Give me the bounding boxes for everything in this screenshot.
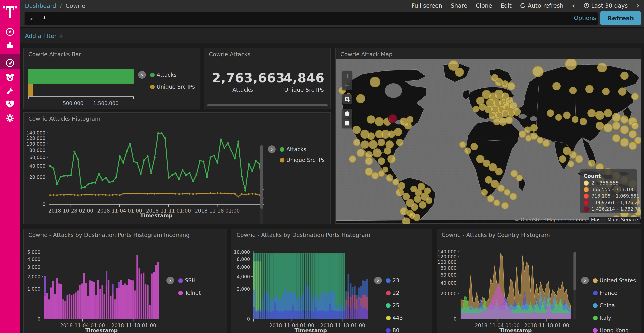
attack-bubble[interactable] [349, 156, 356, 162]
attack-bubble[interactable] [489, 163, 496, 171]
attack-bubble[interactable] [370, 77, 380, 87]
legend-item-label[interactable]: Italy [600, 315, 611, 321]
attack-bubble[interactable] [424, 188, 430, 194]
attack-bubble[interactable] [629, 142, 636, 150]
attack-bubble[interactable] [559, 156, 566, 162]
tmobile-logo-icon[interactable] [0, 2, 20, 20]
attack-bubble[interactable] [473, 106, 479, 112]
attack-bubble[interactable] [353, 139, 360, 146]
attack-bubble[interactable] [479, 104, 486, 111]
attack-bubble[interactable] [620, 72, 628, 80]
legend-item[interactable]: Attacks [150, 72, 176, 78]
attack-bubble[interactable] [464, 148, 471, 154]
attack-bubble[interactable] [620, 138, 629, 147]
attack-bubble[interactable] [570, 151, 576, 158]
zoom-out-button[interactable]: − [342, 81, 352, 90]
legend-item-label[interactable]: 25 [392, 302, 400, 309]
legend-item-label[interactable]: Telnet [185, 290, 201, 296]
world-map[interactable]: + − Count 2 – 356,555356,555 – 713,10871… [336, 59, 641, 224]
legend-item-label[interactable]: 22 [392, 290, 400, 296]
options-link[interactable]: Options [574, 15, 596, 21]
legend-item-label[interactable]: United States [600, 277, 636, 284]
attack-bubble[interactable] [511, 170, 518, 177]
legend-item-label[interactable]: France [600, 290, 617, 296]
edit-button[interactable]: Edit [500, 2, 512, 9]
attack-bubble[interactable] [519, 131, 526, 138]
legend-toggle-icon[interactable]: › [268, 145, 276, 153]
legend-item-label[interactable]: Unique Src IPs [286, 157, 325, 163]
attack-bubble[interactable] [553, 83, 560, 90]
attack-bubble[interactable] [393, 179, 399, 185]
attack-bubble[interactable] [588, 160, 595, 167]
attack-bubble[interactable] [471, 143, 478, 150]
legend-item[interactable]: Italy [593, 315, 611, 321]
attack-bubble[interactable] [547, 110, 554, 117]
sidebar-item-devtools[interactable] [0, 85, 20, 97]
attack-bubble[interactable] [537, 137, 543, 143]
attack-bubble[interactable] [632, 122, 638, 129]
refresh-button[interactable]: Refresh [600, 11, 641, 25]
attack-bubble[interactable] [586, 85, 593, 93]
attack-bubble[interactable] [494, 200, 500, 206]
share-button[interactable]: Share [451, 2, 468, 9]
attack-bubble[interactable] [499, 118, 507, 125]
attack-bubble[interactable] [353, 126, 360, 134]
attack-bubble[interactable] [411, 203, 418, 210]
attack-bubble[interactable] [483, 160, 490, 167]
attack-bubble[interactable] [481, 189, 488, 195]
full-screen-button[interactable]: Full screen [412, 2, 442, 9]
time-back-chevron[interactable]: ‹ [572, 2, 575, 10]
attack-bubble[interactable] [596, 122, 604, 130]
legend-item[interactable]: China [593, 302, 615, 309]
legend-item[interactable]: 22 [386, 290, 400, 296]
attack-bubble[interactable] [620, 126, 629, 134]
attack-bubble[interactable] [426, 197, 432, 203]
attack-bubble[interactable] [504, 189, 510, 195]
sidebar-item-monitoring[interactable] [0, 98, 20, 111]
attack-bubble[interactable] [402, 218, 410, 224]
attack-bubble[interactable] [570, 87, 576, 94]
legend-item[interactable]: United States [593, 277, 636, 284]
attack-bubble[interactable] [418, 183, 425, 190]
sidebar-item-visualize[interactable] [0, 38, 20, 51]
attack-bubble-high[interactable] [388, 115, 397, 123]
legend-item[interactable]: Attacks [280, 146, 306, 153]
attack-bubble[interactable] [533, 66, 544, 77]
ports-incoming-chart[interactable]: 01,0002,0003,0004,0005,0002018-11-04 01:… [24, 229, 227, 332]
attack-bubble[interactable] [604, 124, 612, 132]
attack-bubble[interactable] [575, 155, 583, 163]
attack-bubble[interactable] [491, 180, 498, 188]
legend-toggle-icon[interactable]: › [581, 277, 589, 284]
attack-bubble[interactable] [404, 122, 412, 129]
attack-bubble[interactable] [507, 83, 515, 90]
legend-item[interactable]: France [593, 290, 617, 296]
legend-toggle-icon[interactable]: › [166, 277, 174, 284]
time-range-picker[interactable]: Last 30 days [584, 2, 628, 9]
osm-attribution[interactable]: © OpenStreetMap contributors, [514, 217, 588, 222]
draw-rectangle-button[interactable] [342, 118, 352, 128]
attack-bubble[interactable] [602, 88, 609, 95]
attack-bubble[interactable] [365, 157, 373, 165]
attack-bubble[interactable] [598, 63, 606, 72]
attack-bubble[interactable] [632, 93, 638, 100]
draw-polygon-button[interactable] [342, 109, 352, 118]
legend-toggle-icon[interactable]: › [374, 277, 382, 284]
auto-refresh-button[interactable]: Auto-refresh [520, 2, 564, 9]
add-filter-button[interactable]: Add a filter + [25, 32, 64, 40]
legend-item[interactable]: SSH [178, 277, 196, 284]
attack-bubble[interactable] [612, 134, 620, 142]
elastic-maps-attribution[interactable]: Elastic Maps Service [589, 217, 640, 223]
attack-bubble[interactable] [530, 133, 538, 140]
attack-bubble[interactable] [556, 114, 562, 120]
attack-bubble[interactable] [513, 108, 520, 116]
attack-bubble[interactable] [530, 125, 538, 131]
attack-bubble[interactable] [455, 68, 464, 77]
attack-bubble[interactable] [596, 111, 604, 120]
legend-item[interactable]: Unique Src IPs [280, 157, 325, 163]
attack-bubble[interactable] [411, 186, 417, 192]
search-input[interactable]: >_ * [24, 12, 598, 25]
attack-bubble[interactable] [378, 139, 385, 146]
attack-bubble[interactable] [572, 116, 578, 123]
attack-bubble[interactable] [498, 185, 504, 192]
fit-bounds-button[interactable] [342, 94, 352, 104]
